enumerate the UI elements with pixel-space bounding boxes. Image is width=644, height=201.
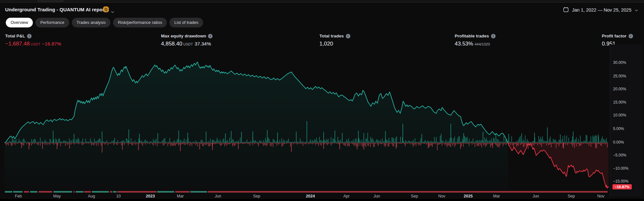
equity-curve-chart[interactable] [0,0,644,201]
y-axis-tick: 25.00% [613,74,626,78]
trade-direction-ribbon [5,191,608,193]
y-axis-tick: −5.00% [613,153,626,157]
y-axis-tick: 15.00% [613,100,626,105]
x-axis-tick: Jun [374,194,380,198]
x-axis-tick: Mar [177,194,184,198]
bottom-edge-band [0,199,644,201]
y-axis-tick: −10.00% [613,166,629,171]
equity-area-fill [5,62,508,190]
x-axis-tick: Sep [568,194,575,198]
y-axis-tick: −15.00% [613,179,629,184]
x-axis-tick: Nov [597,194,604,198]
x-axis-tick: 2023 [146,194,155,198]
y-axis-tick: 10.00% [613,113,626,117]
loss-area-fill [508,143,609,188]
x-axis-tick: 10 [116,194,121,198]
x-axis-tick: Mar [493,194,500,198]
y-axis-tick: 0.00% [613,140,624,145]
x-axis-tick: Aug [88,194,95,198]
x-axis-tick: Nov [438,194,445,198]
x-axis-tick: Apr [343,194,349,198]
x-axis-tick: Jun [533,194,539,198]
current-value-badge: −16.87% [612,184,632,189]
x-axis-tick: May [53,194,61,198]
price-axis-panel[interactable] [610,45,642,197]
x-axis-tick: Jun [215,194,221,198]
x-axis-tick: 2025 [464,194,473,198]
x-axis-tick: Sep [411,194,418,198]
y-axis-tick: 30.00% [613,60,626,65]
y-axis-tick: 5.00% [613,126,624,131]
x-axis-tick: 2024 [306,194,315,198]
y-axis-tick: 20.00% [613,87,626,91]
x-axis-tick: Feb [15,194,22,198]
x-axis-tick: Sep [253,194,260,198]
